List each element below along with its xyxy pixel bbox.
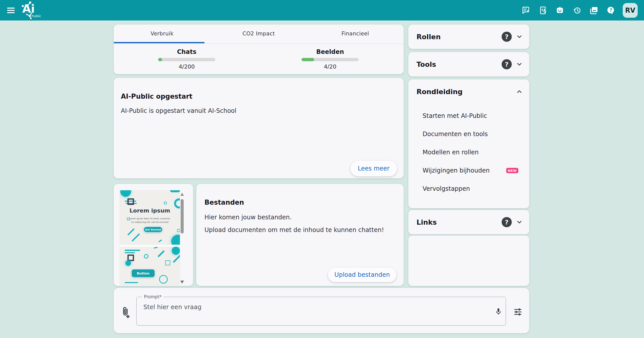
tools-header[interactable]: Tools ? — [408, 52, 529, 76]
links-title: Links — [416, 218, 502, 226]
help-glyph: ? — [610, 7, 612, 13]
tools-title: Tools — [416, 60, 502, 68]
rondleiding-item-vervolgstappen[interactable]: Vervolgstappen — [408, 180, 529, 198]
links-help-icon[interactable]: ? — [502, 217, 512, 227]
tab-co2-impact[interactable]: CO2 Impact — [210, 25, 307, 43]
help-icon[interactable]: ? — [606, 5, 616, 15]
rondleiding-item-documenten[interactable]: Documenten en tools — [408, 125, 529, 143]
chevron-down-icon — [515, 60, 524, 69]
images-progressbar — [301, 58, 359, 61]
app-screen: Ai Public — [0, 0, 644, 338]
chats-label: Chats — [177, 48, 197, 55]
appbar: Ai Public — [0, 0, 644, 20]
rollen-help-icon[interactable]: ? — [502, 32, 512, 42]
upload-files-button[interactable]: Upload bestanden — [328, 267, 396, 282]
announcement-card: AI-Public opgestart AI-Public is opgesta… — [114, 78, 404, 178]
scroll-up-arrow-icon[interactable] — [180, 193, 184, 196]
rollen-title: Rollen — [416, 33, 502, 41]
news-preview-card: Lorem ipsum Lorem ipsum dolor sit amet, … — [114, 184, 193, 286]
new-chat-icon[interactable] — [521, 5, 531, 15]
user-avatar[interactable]: RV — [623, 3, 638, 18]
prompt-bar: Prompt* — [114, 288, 529, 333]
appbar-actions: ? RV — [521, 3, 638, 18]
microphone-icon[interactable] — [494, 307, 503, 316]
prompt-field: Prompt* — [136, 297, 506, 326]
rondleiding-item-wijzigingen[interactable]: Wijzigingen bijhouden NEW — [408, 161, 529, 180]
read-more-button[interactable]: Lees meer — [350, 161, 397, 176]
app-logo[interactable]: Ai Public — [19, 1, 44, 20]
scroll-down-arrow-icon[interactable] — [180, 281, 184, 284]
announcement-body: AI-Public is opgestart vanuit AI-School — [121, 107, 396, 114]
preview-subtext-1: Lorem ipsum dolor sit amet, consecte- — [120, 217, 180, 220]
tune-settings-icon[interactable] — [513, 307, 523, 317]
rondleiding-card: Rondleiding Starten met AI-Public Docume… — [408, 79, 529, 208]
assistant-icon[interactable] — [555, 5, 565, 15]
rondleiding-item-starten[interactable]: Starten met AI-Public — [408, 107, 529, 125]
tools-help-icon[interactable]: ? — [502, 59, 512, 69]
news-preview-image[interactable]: Lorem ipsum Lorem ipsum dolor sit amet, … — [120, 190, 180, 284]
usage-card: Verbruik CO2 Impact Financieel Chats 4/2… — [114, 25, 404, 74]
sidebar-empty-panel — [408, 236, 529, 286]
preview-scrollbar — [180, 190, 184, 284]
chevron-up-icon — [515, 87, 524, 96]
media-library-icon[interactable] — [589, 5, 599, 15]
chats-usage: Chats 4/200 — [156, 48, 217, 70]
images-progress-fill — [301, 58, 314, 61]
files-line-1: Hier komen jouw bestanden. — [204, 214, 395, 221]
images-value: 4/20 — [324, 64, 336, 70]
tab-divider — [114, 43, 404, 44]
files-line-2: Upload documenten om met de inhoud te ku… — [204, 226, 395, 234]
images-label: Beelden — [316, 48, 344, 55]
history-icon[interactable] — [572, 5, 582, 15]
preview-page-2: Button — [120, 247, 180, 284]
rollen-card: Rollen ? — [408, 25, 529, 49]
rondleiding-items: Starten met AI-Public Documenten en tool… — [408, 104, 529, 198]
logo-subtitle: Public — [31, 14, 41, 18]
images-usage: Beelden 4/20 — [300, 48, 361, 70]
links-card: Links ? — [408, 210, 529, 234]
rondleiding-item-label: Wijzigingen bijhouden — [423, 167, 490, 174]
preview-page-1: Lorem ipsum Lorem ipsum dolor sit amet, … — [120, 190, 180, 245]
chats-progressbar — [158, 58, 215, 61]
chats-value: 4/200 — [179, 64, 195, 70]
new-badge: NEW — [506, 168, 518, 173]
menu-icon[interactable] — [7, 8, 15, 13]
chevron-down-icon — [515, 218, 524, 226]
rondleiding-item-modellen[interactable]: Modellen en rollen — [408, 143, 529, 161]
rondleiding-title: Rondleiding — [416, 88, 515, 96]
rondleiding-header[interactable]: Rondleiding — [408, 79, 529, 104]
chevron-down-icon — [515, 32, 524, 41]
attach-file-icon[interactable] — [119, 306, 131, 320]
voice-note-icon[interactable] — [538, 5, 548, 15]
tab-financieel[interactable]: Financieel — [307, 25, 404, 43]
links-header[interactable]: Links ? — [408, 210, 529, 234]
tools-card: Tools ? — [408, 52, 529, 76]
rollen-header[interactable]: Rollen ? — [408, 25, 529, 49]
tab-verbruik[interactable]: Verbruik — [114, 25, 210, 43]
prompt-input[interactable] — [137, 297, 506, 325]
preview-button: Button — [132, 269, 155, 277]
chats-progress-fill — [158, 58, 162, 61]
files-title: Bestanden — [204, 199, 395, 206]
preview-subtext-2: tur adipiscing elit, sed do eiusmod — [120, 221, 180, 223]
scrollbar-thumb[interactable] — [181, 199, 184, 234]
files-card: Bestanden Hier komen jouw bestanden. Upl… — [196, 184, 404, 286]
announcement-title: AI-Public opgestart — [121, 93, 396, 100]
preview-heading: Lorem ipsum — [120, 207, 180, 214]
tab-bar: Verbruik CO2 Impact Financieel — [114, 25, 404, 43]
preview-cta-button: Get Started — [144, 227, 162, 232]
